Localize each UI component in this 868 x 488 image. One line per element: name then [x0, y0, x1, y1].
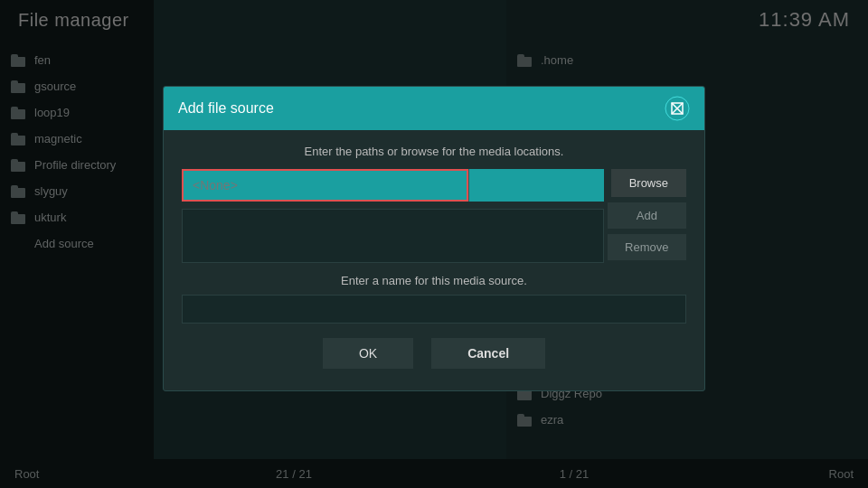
dialog-buttons: OK Cancel — [182, 338, 686, 376]
source-list-area: Browse Add Remove — [182, 169, 686, 263]
dialog-path-subtitle: Enter the paths or browse for the media … — [182, 145, 686, 158]
dialog-header: Add file source — [164, 87, 704, 130]
dialog-title: Add file source — [178, 100, 274, 117]
name-section: Enter a name for this media source. — [182, 274, 686, 324]
source-list — [182, 209, 604, 263]
add-file-source-dialog: Add file source Enter the paths or brows… — [163, 86, 705, 391]
add-button[interactable]: Add — [608, 202, 686, 229]
name-label: Enter a name for this media source. — [182, 274, 686, 287]
cancel-button[interactable]: Cancel — [431, 338, 545, 369]
source-path-row — [182, 169, 604, 202]
remove-button[interactable]: Remove — [608, 234, 686, 260]
kodi-logo-icon — [665, 96, 690, 121]
source-path-input[interactable] — [182, 169, 468, 202]
source-path-extra — [468, 169, 604, 202]
source-input-column — [182, 169, 604, 263]
dialog-body: Enter the paths or browse for the media … — [164, 130, 704, 390]
side-buttons: Browse Add Remove — [608, 169, 686, 263]
browse-button[interactable]: Browse — [611, 169, 686, 197]
ok-button[interactable]: OK — [323, 338, 413, 369]
media-source-name-input[interactable] — [182, 295, 686, 324]
